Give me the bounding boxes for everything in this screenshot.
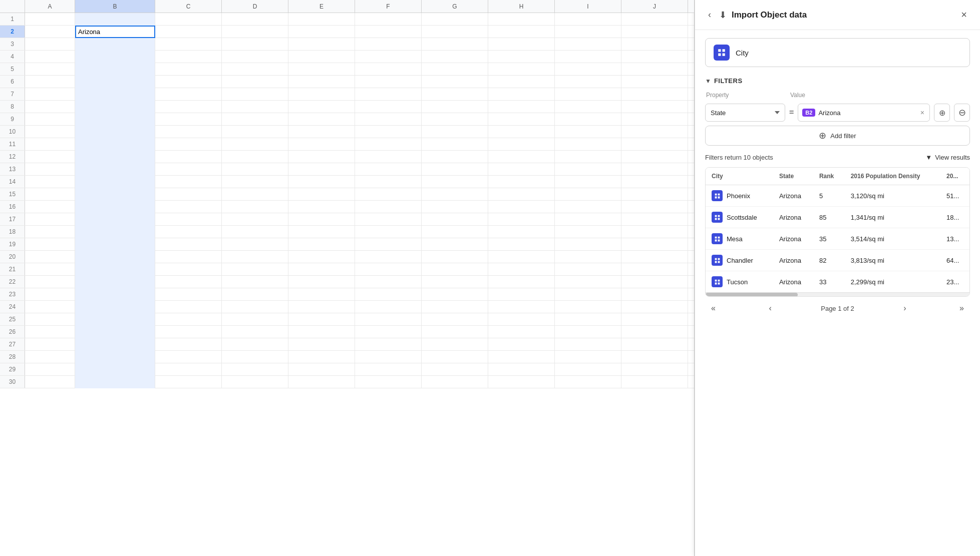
cell-h29[interactable] <box>488 363 555 376</box>
cell-b11[interactable] <box>75 138 155 151</box>
cell-h20[interactable] <box>488 251 555 263</box>
cell-f9[interactable] <box>355 113 422 126</box>
cell-e9[interactable] <box>288 113 355 126</box>
cell-b4[interactable] <box>75 51 155 63</box>
cell-f27[interactable] <box>355 338 422 351</box>
cell-e8[interactable] <box>288 101 355 113</box>
cell-g8[interactable] <box>422 101 488 113</box>
cell-a11[interactable] <box>25 138 75 151</box>
cell-j30[interactable] <box>621 376 688 388</box>
cell-c10[interactable] <box>155 126 222 138</box>
cell-d21[interactable] <box>222 263 288 276</box>
cell-h17[interactable] <box>488 213 555 226</box>
cell-h27[interactable] <box>488 338 555 351</box>
cell-h4[interactable] <box>488 51 555 63</box>
view-results-button[interactable]: ▼ View results <box>925 154 970 161</box>
cell-a22[interactable] <box>25 276 75 288</box>
cell-g1[interactable] <box>422 13 488 26</box>
cell-c15[interactable] <box>155 188 222 201</box>
cell-d12[interactable] <box>222 151 288 163</box>
cell-f4[interactable] <box>355 51 422 63</box>
cell-j25[interactable] <box>621 313 688 326</box>
cell-i18[interactable] <box>555 226 621 238</box>
cell-f1[interactable] <box>355 13 422 26</box>
cell-d8[interactable] <box>222 101 288 113</box>
cell-e18[interactable] <box>288 226 355 238</box>
cell-i2[interactable] <box>555 26 621 38</box>
cell-a19[interactable] <box>25 238 75 251</box>
cell-i22[interactable] <box>555 276 621 288</box>
cell-e22[interactable] <box>288 276 355 288</box>
cell-d2[interactable] <box>222 26 288 38</box>
cell-e13[interactable] <box>288 163 355 176</box>
add-filter-button[interactable]: ⊕ Add filter <box>705 126 970 146</box>
cell-h8[interactable] <box>488 101 555 113</box>
cell-d30[interactable] <box>222 376 288 388</box>
cell-f22[interactable] <box>355 276 422 288</box>
cell-h16[interactable] <box>488 201 555 213</box>
cell-d7[interactable] <box>222 88 288 101</box>
cell-b17[interactable] <box>75 213 155 226</box>
cell-i14[interactable] <box>555 176 621 188</box>
cell-e12[interactable] <box>288 151 355 163</box>
cell-a1[interactable] <box>25 13 75 26</box>
cell-a27[interactable] <box>25 338 75 351</box>
cell-b22[interactable] <box>75 276 155 288</box>
cell-a25[interactable] <box>25 313 75 326</box>
cell-e16[interactable] <box>288 201 355 213</box>
cell-c5[interactable] <box>155 63 222 76</box>
cell-h22[interactable] <box>488 276 555 288</box>
cell-b15[interactable] <box>75 188 155 201</box>
cell-h30[interactable] <box>488 376 555 388</box>
cell-b20[interactable] <box>75 251 155 263</box>
cell-c11[interactable] <box>155 138 222 151</box>
cell-c14[interactable] <box>155 176 222 188</box>
cell-d25[interactable] <box>222 313 288 326</box>
cell-a23[interactable] <box>25 288 75 301</box>
cell-h23[interactable] <box>488 288 555 301</box>
cell-j18[interactable] <box>621 226 688 238</box>
cell-e6[interactable] <box>288 76 355 88</box>
cell-i28[interactable] <box>555 351 621 363</box>
cell-g30[interactable] <box>422 376 488 388</box>
cell-d15[interactable] <box>222 188 288 201</box>
cell-g7[interactable] <box>422 88 488 101</box>
cell-b9[interactable] <box>75 113 155 126</box>
cell-d5[interactable] <box>222 63 288 76</box>
cell-g24[interactable] <box>422 301 488 313</box>
cell-c8[interactable] <box>155 101 222 113</box>
cell-g2[interactable] <box>422 26 488 38</box>
cell-d26[interactable] <box>222 326 288 338</box>
cell-a15[interactable] <box>25 188 75 201</box>
cell-c29[interactable] <box>155 363 222 376</box>
cell-i16[interactable] <box>555 201 621 213</box>
cell-d20[interactable] <box>222 251 288 263</box>
cell-i5[interactable] <box>555 63 621 76</box>
cell-j15[interactable] <box>621 188 688 201</box>
cell-j26[interactable] <box>621 326 688 338</box>
cell-h14[interactable] <box>488 176 555 188</box>
cell-i26[interactable] <box>555 326 621 338</box>
cell-c1[interactable] <box>155 13 222 26</box>
cell-e25[interactable] <box>288 313 355 326</box>
cell-c12[interactable] <box>155 151 222 163</box>
filter-target-button[interactable]: ⊕ <box>934 104 950 122</box>
cell-f29[interactable] <box>355 363 422 376</box>
table-scrollbar[interactable] <box>706 292 969 296</box>
cell-a17[interactable] <box>25 213 75 226</box>
cell-g23[interactable] <box>422 288 488 301</box>
cell-b30[interactable] <box>75 376 155 388</box>
cell-j12[interactable] <box>621 151 688 163</box>
cell-i13[interactable] <box>555 163 621 176</box>
cell-g27[interactable] <box>422 338 488 351</box>
cell-i4[interactable] <box>555 51 621 63</box>
cell-a20[interactable] <box>25 251 75 263</box>
cell-c13[interactable] <box>155 163 222 176</box>
cell-f16[interactable] <box>355 201 422 213</box>
cell-i15[interactable] <box>555 188 621 201</box>
back-button[interactable]: ‹ <box>705 9 714 21</box>
cell-f12[interactable] <box>355 151 422 163</box>
cell-d24[interactable] <box>222 301 288 313</box>
cell-i7[interactable] <box>555 88 621 101</box>
cell-c16[interactable] <box>155 201 222 213</box>
